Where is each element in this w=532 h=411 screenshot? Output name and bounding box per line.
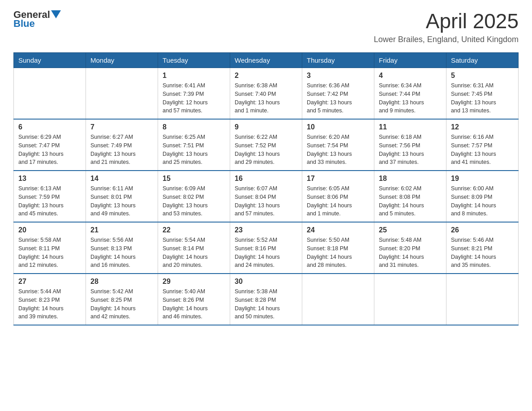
day-number: 12 xyxy=(451,123,514,131)
day-number: 9 xyxy=(235,123,297,131)
day-number: 21 xyxy=(90,226,153,234)
calendar-cell xyxy=(14,68,86,120)
day-number: 26 xyxy=(451,226,514,234)
day-number: 25 xyxy=(379,226,442,234)
calendar-cell: 25Sunrise: 5:48 AMSunset: 8:20 PMDayligh… xyxy=(374,222,446,274)
day-number: 29 xyxy=(163,278,225,286)
day-number: 1 xyxy=(163,72,225,80)
day-number: 22 xyxy=(163,226,225,234)
day-info: Sunrise: 5:56 AMSunset: 8:13 PMDaylight:… xyxy=(90,236,153,270)
day-info: Sunrise: 5:54 AMSunset: 8:14 PMDaylight:… xyxy=(163,236,225,270)
day-number: 4 xyxy=(379,72,442,80)
day-number: 3 xyxy=(307,72,369,80)
calendar-cell: 12Sunrise: 6:16 AMSunset: 7:57 PMDayligh… xyxy=(446,119,519,171)
day-number: 20 xyxy=(18,226,81,234)
day-info: Sunrise: 6:09 AMSunset: 8:02 PMDaylight:… xyxy=(163,184,225,218)
day-number: 24 xyxy=(307,226,369,234)
calendar-table: SundayMondayTuesdayWednesdayThursdayFrid… xyxy=(13,52,519,325)
calendar-header-row: SundayMondayTuesdayWednesdayThursdayFrid… xyxy=(14,53,519,68)
day-info: Sunrise: 6:25 AMSunset: 7:51 PMDaylight:… xyxy=(163,133,225,167)
calendar-cell xyxy=(374,274,446,325)
logo-blue-text: Blue xyxy=(13,18,35,30)
header-thursday: Thursday xyxy=(302,53,374,68)
calendar-cell: 13Sunrise: 6:13 AMSunset: 7:59 PMDayligh… xyxy=(14,171,86,222)
day-info: Sunrise: 6:00 AMSunset: 8:09 PMDaylight:… xyxy=(451,184,514,218)
day-info: Sunrise: 6:27 AMSunset: 7:49 PMDaylight:… xyxy=(90,133,153,167)
calendar-cell: 5Sunrise: 6:31 AMSunset: 7:45 PMDaylight… xyxy=(446,68,519,120)
calendar-cell: 4Sunrise: 6:34 AMSunset: 7:44 PMDaylight… xyxy=(374,68,446,120)
day-number: 28 xyxy=(90,278,153,286)
calendar-cell: 2Sunrise: 6:38 AMSunset: 7:40 PMDaylight… xyxy=(230,68,302,120)
calendar-cell: 23Sunrise: 5:52 AMSunset: 8:16 PMDayligh… xyxy=(230,222,302,274)
calendar-cell: 1Sunrise: 6:41 AMSunset: 7:39 PMDaylight… xyxy=(158,68,230,120)
header-sunday: Sunday xyxy=(14,53,86,68)
day-number: 16 xyxy=(235,175,297,183)
day-number: 2 xyxy=(235,72,297,80)
calendar-cell: 19Sunrise: 6:00 AMSunset: 8:09 PMDayligh… xyxy=(446,171,519,222)
day-info: Sunrise: 6:05 AMSunset: 8:06 PMDaylight:… xyxy=(307,184,369,218)
calendar-cell xyxy=(302,274,374,325)
calendar-cell: 18Sunrise: 6:02 AMSunset: 8:08 PMDayligh… xyxy=(374,171,446,222)
page-title: April 2025 xyxy=(374,9,519,33)
calendar-cell xyxy=(446,274,519,325)
header-monday: Monday xyxy=(86,53,158,68)
calendar-cell: 22Sunrise: 5:54 AMSunset: 8:14 PMDayligh… xyxy=(158,222,230,274)
day-info: Sunrise: 5:42 AMSunset: 8:25 PMDaylight:… xyxy=(90,287,153,321)
logo: General Blue xyxy=(13,9,61,30)
day-number: 23 xyxy=(235,226,297,234)
calendar-week-row: 1Sunrise: 6:41 AMSunset: 7:39 PMDaylight… xyxy=(14,68,519,120)
header-wednesday: Wednesday xyxy=(230,53,302,68)
day-number: 27 xyxy=(18,278,81,286)
calendar-week-row: 6Sunrise: 6:29 AMSunset: 7:47 PMDaylight… xyxy=(14,119,519,171)
header-friday: Friday xyxy=(374,53,446,68)
day-info: Sunrise: 5:50 AMSunset: 8:18 PMDaylight:… xyxy=(307,236,369,270)
day-number: 7 xyxy=(90,123,153,131)
calendar-cell: 17Sunrise: 6:05 AMSunset: 8:06 PMDayligh… xyxy=(302,171,374,222)
day-info: Sunrise: 6:20 AMSunset: 7:54 PMDaylight:… xyxy=(307,133,369,167)
day-info: Sunrise: 6:18 AMSunset: 7:56 PMDaylight:… xyxy=(379,133,442,167)
day-number: 30 xyxy=(235,278,297,286)
day-number: 18 xyxy=(379,175,442,183)
calendar-cell: 11Sunrise: 6:18 AMSunset: 7:56 PMDayligh… xyxy=(374,119,446,171)
day-number: 14 xyxy=(90,175,153,183)
day-info: Sunrise: 6:36 AMSunset: 7:42 PMDaylight:… xyxy=(307,81,369,115)
svg-marker-0 xyxy=(51,10,61,18)
calendar-cell: 6Sunrise: 6:29 AMSunset: 7:47 PMDaylight… xyxy=(14,119,86,171)
calendar-cell: 28Sunrise: 5:42 AMSunset: 8:25 PMDayligh… xyxy=(86,274,158,325)
day-number: 11 xyxy=(379,123,442,131)
calendar-cell: 8Sunrise: 6:25 AMSunset: 7:51 PMDaylight… xyxy=(158,119,230,171)
calendar-cell: 10Sunrise: 6:20 AMSunset: 7:54 PMDayligh… xyxy=(302,119,374,171)
day-number: 19 xyxy=(451,175,514,183)
day-info: Sunrise: 6:07 AMSunset: 8:04 PMDaylight:… xyxy=(235,184,297,218)
day-info: Sunrise: 5:58 AMSunset: 8:11 PMDaylight:… xyxy=(18,236,81,270)
page-subtitle: Lower Brailes, England, United Kingdom xyxy=(374,35,519,44)
day-number: 13 xyxy=(18,175,81,183)
day-info: Sunrise: 6:22 AMSunset: 7:52 PMDaylight:… xyxy=(235,133,297,167)
day-info: Sunrise: 5:44 AMSunset: 8:23 PMDaylight:… xyxy=(18,287,81,321)
day-info: Sunrise: 6:41 AMSunset: 7:39 PMDaylight:… xyxy=(163,81,225,115)
calendar-cell: 29Sunrise: 5:40 AMSunset: 8:26 PMDayligh… xyxy=(158,274,230,325)
day-info: Sunrise: 6:34 AMSunset: 7:44 PMDaylight:… xyxy=(379,81,442,115)
day-info: Sunrise: 6:02 AMSunset: 8:08 PMDaylight:… xyxy=(379,184,442,218)
day-info: Sunrise: 6:38 AMSunset: 7:40 PMDaylight:… xyxy=(235,81,297,115)
calendar-cell: 16Sunrise: 6:07 AMSunset: 8:04 PMDayligh… xyxy=(230,171,302,222)
day-info: Sunrise: 6:13 AMSunset: 7:59 PMDaylight:… xyxy=(18,184,81,218)
page-header: General Blue April 2025 Lower Brailes, E… xyxy=(13,9,519,44)
day-info: Sunrise: 5:46 AMSunset: 8:21 PMDaylight:… xyxy=(451,236,514,270)
calendar-week-row: 27Sunrise: 5:44 AMSunset: 8:23 PMDayligh… xyxy=(14,274,519,325)
day-info: Sunrise: 5:52 AMSunset: 8:16 PMDaylight:… xyxy=(235,236,297,270)
day-info: Sunrise: 6:11 AMSunset: 8:01 PMDaylight:… xyxy=(90,184,153,218)
calendar-cell: 14Sunrise: 6:11 AMSunset: 8:01 PMDayligh… xyxy=(86,171,158,222)
day-number: 10 xyxy=(307,123,369,131)
day-number: 8 xyxy=(163,123,225,131)
day-number: 6 xyxy=(18,123,81,131)
calendar-cell: 20Sunrise: 5:58 AMSunset: 8:11 PMDayligh… xyxy=(14,222,86,274)
calendar-cell: 7Sunrise: 6:27 AMSunset: 7:49 PMDaylight… xyxy=(86,119,158,171)
calendar-cell: 3Sunrise: 6:36 AMSunset: 7:42 PMDaylight… xyxy=(302,68,374,120)
calendar-cell: 21Sunrise: 5:56 AMSunset: 8:13 PMDayligh… xyxy=(86,222,158,274)
day-info: Sunrise: 6:31 AMSunset: 7:45 PMDaylight:… xyxy=(451,81,514,115)
title-block: April 2025 Lower Brailes, England, Unite… xyxy=(374,9,519,44)
calendar-week-row: 13Sunrise: 6:13 AMSunset: 7:59 PMDayligh… xyxy=(14,171,519,222)
day-info: Sunrise: 5:48 AMSunset: 8:20 PMDaylight:… xyxy=(379,236,442,270)
calendar-cell: 15Sunrise: 6:09 AMSunset: 8:02 PMDayligh… xyxy=(158,171,230,222)
